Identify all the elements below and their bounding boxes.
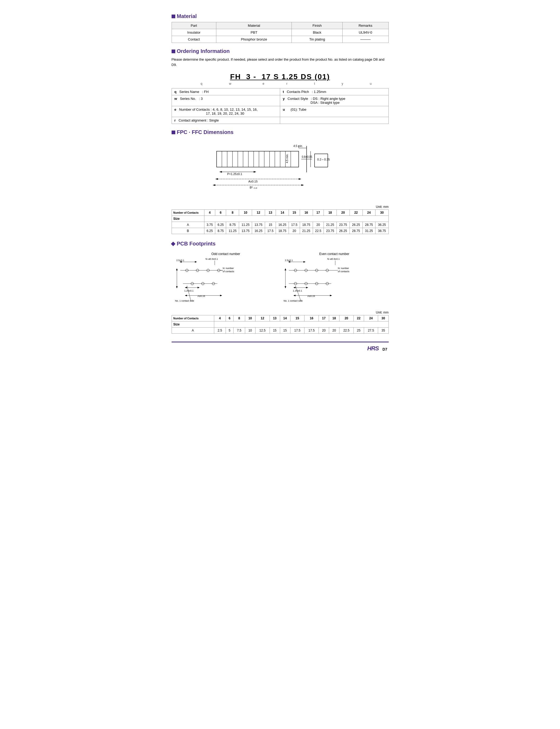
fpc-a-8: 8.75	[226, 222, 239, 228]
pcb-col-4: 4	[214, 315, 226, 321]
pcb-a-13: 15	[270, 328, 280, 334]
svg-text:A±0.15: A±0.15	[198, 295, 205, 297]
pcb-col-8: 8	[233, 315, 245, 321]
fpc-b-6: 8.75	[215, 228, 226, 234]
svg-text:2.5±0.1: 2.5±0.1	[176, 259, 184, 262]
part-number-letters: q w e r t y u	[187, 82, 389, 86]
fpc-title: FPC · FFC Dimensions	[177, 129, 234, 135]
pcb-col-18: 18	[329, 315, 339, 321]
pcb-a-18: 20	[329, 328, 339, 334]
fpc-data-table: Number of Contacts 4 6 8 10 12 13 14 15 …	[172, 209, 389, 234]
pcb-a-6: 5	[226, 328, 233, 334]
fpc-b-30: 38.75	[375, 228, 388, 234]
svg-text:N–ø0.9±0.1: N–ø0.9±0.1	[205, 258, 218, 260]
svg-marker-69	[220, 295, 222, 296]
pcb-a-12: 12.5	[255, 328, 270, 334]
pcb-a-8: 7.5	[233, 328, 245, 334]
svg-line-104	[295, 286, 301, 301]
ordering-section-header: Ordering Information	[172, 48, 389, 54]
svg-text:N: number: N: number	[338, 267, 349, 270]
pcb-col-6: 6	[226, 315, 233, 321]
fpc-a-12: 13.75	[252, 222, 265, 228]
svg-marker-98	[306, 287, 308, 288]
fpc-a-14: 16.25	[276, 222, 289, 228]
pcb-size-spacer	[214, 321, 389, 328]
fpc-diagram: 4.5 min. 4.5 min. P=1.25±0.1 A±0.15 B⁰₋₀…	[172, 141, 389, 200]
fpc-size-label: Size	[172, 216, 204, 222]
order-row2-right: y Contact Style : DS : Right angle type …	[280, 95, 389, 106]
svg-marker-68	[185, 295, 187, 296]
fpc-a-22: 26.25	[350, 222, 362, 228]
svg-marker-97	[293, 287, 295, 288]
fpc-b-4: 6.25	[204, 228, 215, 234]
pcb-section-header: PCB Footprints	[172, 241, 389, 247]
fpc-b-20: 26.25	[337, 228, 350, 234]
table-row: e Number of Contacts : 4, 6, 8, 10, 12, …	[172, 106, 388, 117]
fpc-row-a-label: A	[172, 222, 204, 228]
pcb-col-17: 17	[319, 315, 329, 321]
part-number-text: FH 3 - 17 S 1.25 DS (01)	[172, 73, 389, 81]
pcb-row-a-label: A	[172, 328, 214, 334]
pcb-col-22: 22	[353, 315, 364, 321]
svg-text:No. 1 contact side: No. 1 contact side	[284, 299, 303, 302]
ordering-description: Please determine the specific product. I…	[172, 57, 389, 67]
svg-marker-48	[176, 268, 178, 270]
material-icon-square	[172, 15, 175, 18]
part-number-display: FH 3 - 17 S 1.25 DS (01) q w e r t y u	[172, 73, 389, 86]
pcb-a-15: 17.5	[290, 328, 304, 334]
svg-text:1.25±0.1: 1.25±0.1	[184, 289, 194, 292]
svg-text:4.5 min.: 4.5 min.	[293, 145, 303, 147]
fpc-a-6: 6.25	[215, 222, 226, 228]
table-row: Insulator PBT Black UL94V-0	[172, 29, 388, 36]
svg-marker-30	[213, 184, 215, 186]
fpc-row-b-label: B	[172, 228, 204, 234]
svg-text:No. 1 contact side: No. 1 contact side	[175, 299, 194, 302]
mat-row2-finish: Tin plating	[292, 36, 342, 43]
svg-marker-80	[285, 268, 286, 270]
svg-marker-101	[293, 295, 295, 296]
pcb-odd-diagram: Odd contact number 2.5±0.1 N–ø0.9±0.1 2.…	[174, 252, 278, 305]
mat-row2-remarks: ———	[342, 36, 388, 43]
pcb-unit: Unit: mm	[172, 311, 389, 314]
fpc-col-20: 20	[337, 210, 350, 216]
pcb-odd-svg: 2.5±0.1 N–ø0.9±0.1 2.5±0.1 N: number o	[174, 257, 248, 305]
fpc-icon-square	[172, 131, 175, 134]
fpc-b-22: 28.75	[350, 228, 362, 234]
fpc-a-13: 15	[265, 222, 276, 228]
ordering-table: q Series Name : FH t Contacts Pitch : 1.…	[172, 88, 389, 124]
fpc-col-22: 22	[350, 210, 362, 216]
pcb-table-header: Number of Contacts	[172, 315, 214, 321]
pcb-a-4: 2.5	[214, 328, 226, 334]
table-row: r Contact alignment : Single	[172, 117, 388, 124]
ordering-title: Ordering Information	[177, 48, 230, 54]
material-section-header: Material	[172, 13, 389, 19]
pcb-data-table: Number of Contacts 4 6 8 10 12 13 14 15 …	[172, 315, 389, 334]
svg-marker-43	[195, 261, 197, 263]
svg-marker-65	[198, 287, 200, 288]
pcb-a-10: 10	[245, 328, 255, 334]
pcb-a-16: 17.5	[304, 328, 319, 334]
fpc-a-20: 23.75	[337, 222, 350, 228]
pcb-a-14: 15	[280, 328, 290, 334]
fpc-table-header: Number of Contacts	[172, 210, 204, 216]
pcb-col-16: 16	[304, 315, 319, 321]
svg-marker-75	[303, 261, 306, 263]
svg-text:A±0.15: A±0.15	[307, 295, 315, 297]
mat-row2-part: Contact	[172, 36, 216, 43]
svg-text:4.5 min.: 4.5 min.	[286, 154, 289, 163]
fpc-col-8: 8	[226, 210, 239, 216]
svg-text:2.5±0.1: 2.5±0.1	[285, 259, 293, 262]
mat-col-finish: Finish	[292, 22, 342, 29]
pcb-a-20: 22.5	[339, 328, 353, 334]
fpc-svg: 4.5 min. 4.5 min. P=1.25±0.1 A±0.15 B⁰₋₀…	[201, 141, 360, 199]
svg-text:HRS: HRS	[367, 345, 379, 352]
pcb-col-15: 15	[290, 315, 304, 321]
mat-row2-material: Phosphor bronze	[216, 36, 292, 43]
svg-line-71	[187, 286, 191, 301]
pcb-a-30: 35	[378, 328, 388, 334]
fpc-col-14: 14	[276, 210, 289, 216]
svg-marker-64	[185, 287, 187, 288]
fpc-col-6: 6	[215, 210, 226, 216]
pcb-diagrams-container: Odd contact number 2.5±0.1 N–ø0.9±0.1 2.…	[172, 252, 389, 305]
order-row4-right	[280, 117, 389, 124]
